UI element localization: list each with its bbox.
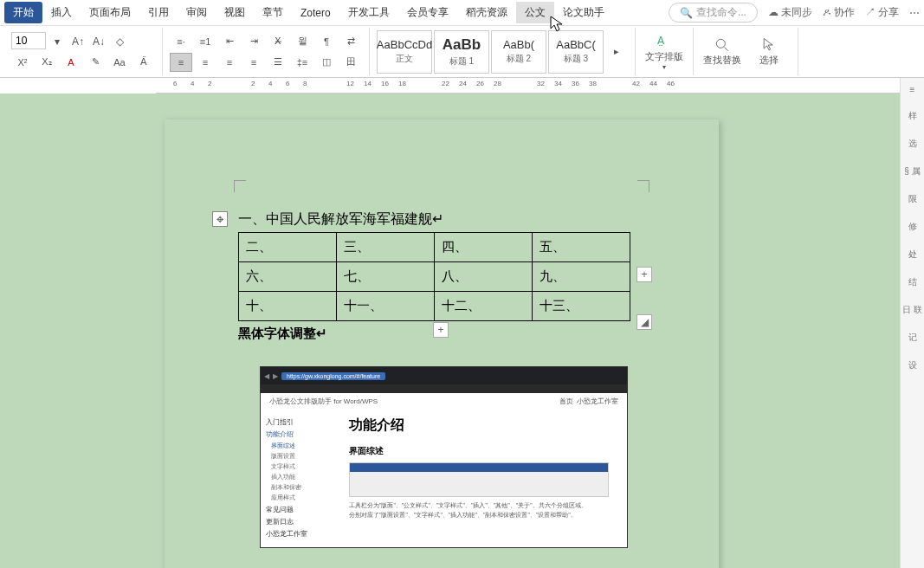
dropdown-icon[interactable]: ▾ (48, 32, 67, 51)
table-row: 六、七、八、九、 (239, 262, 630, 292)
url-bar: https://gw.xkonglong.com/#/feature (281, 372, 385, 380)
search-icon: 🔍 (680, 7, 693, 19)
align-left-icon[interactable]: ≡ (170, 53, 192, 72)
sort-icon[interactable]: X̶ (267, 32, 289, 51)
style-heading1[interactable]: AaBb标题 1 (434, 30, 489, 74)
side-tab[interactable]: 选 (908, 138, 917, 150)
style-normal[interactable]: AaBbCcDd正文 (377, 30, 432, 74)
align-right-icon[interactable]: ≡ (218, 53, 241, 72)
side-tab[interactable]: ≡ (910, 85, 915, 94)
browser-chrome: ◀ ▶ https://gw.xkonglong.com/#/feature (261, 367, 627, 384)
font-color-icon[interactable]: A (60, 53, 82, 72)
styles-more-icon[interactable]: ▸ (605, 42, 628, 61)
phonetic-icon[interactable]: A̋ (132, 53, 155, 72)
table-row: 二、三、四、五、 (239, 233, 630, 262)
style-heading2[interactable]: AaBb(标题 2 (491, 30, 546, 74)
crop-mark (637, 180, 649, 192)
increase-indent-icon[interactable]: ⇥ (242, 32, 265, 51)
tab-insert[interactable]: 插入 (42, 2, 81, 23)
horizontal-ruler[interactable]: 642 2468 12141618 22242628 32343638 4244… (156, 78, 924, 94)
side-tab[interactable]: 结 (908, 276, 917, 288)
resize-handle[interactable]: ◢ (636, 314, 652, 330)
bullet-list-icon[interactable]: ≡· (170, 32, 192, 51)
line-spacing-icon[interactable]: ‡≡ (291, 53, 313, 72)
tab-daoke[interactable]: 稻壳资源 (457, 2, 516, 23)
doc-heading[interactable]: 一、中国人民解放军海军福建舰↵ (238, 210, 443, 229)
side-tab[interactable]: 日 联 (902, 304, 922, 316)
menu-more-icon[interactable]: ⋯ (909, 7, 920, 19)
tab-reference[interactable]: 引用 (139, 2, 178, 23)
tab-review[interactable]: 审阅 (178, 2, 216, 23)
find-replace-button[interactable]: 查找替换 (701, 36, 744, 67)
style-heading3[interactable]: AaBbC(标题 3 (548, 30, 604, 74)
tab-gongwen[interactable]: 公文 (516, 2, 554, 23)
crop-mark (234, 180, 246, 192)
table-row: 十、十一、十二、十三、 (239, 292, 630, 321)
menu-bar: 开始 插入 页面布局 引用 审阅 视图 章节 Zotero 开发工具 会员专享 … (0, 0, 924, 26)
tab-thesis[interactable]: 论文助手 (554, 2, 613, 23)
ribbon: ▾A↑A↓◇ X²X₂A✎AaA̋ ≡·≡1⇤⇥X̶윝¶⇄ ≡≡≡≡☰‡≡◫田 … (0, 26, 924, 78)
justify-icon[interactable]: ≡ (242, 53, 265, 72)
tab-member[interactable]: 会员专享 (398, 2, 457, 23)
site-brand: 小恐龙公文排版助手 for Word/WPS (269, 397, 378, 406)
styles-gallery: AaBbCcDd正文 AaBb标题 1 AaBb(标题 2 AaBbC(标题 3… (370, 28, 636, 75)
svg-point-1 (716, 39, 725, 48)
sync-status[interactable]: ☁ 未同步 (768, 5, 812, 20)
table-move-handle[interactable]: ✥ (212, 211, 228, 227)
side-tab[interactable]: 处 (908, 248, 917, 261)
collaborate-button[interactable]: ዶ 协作 (823, 5, 854, 20)
superscript-icon[interactable]: X² (11, 53, 34, 72)
command-search[interactable]: 🔍查找命令... (669, 3, 758, 23)
ribbon-preview-image (349, 462, 609, 497)
side-tab[interactable]: 限 (908, 193, 917, 205)
tab-icon[interactable]: ⇄ (339, 32, 362, 51)
tab-layout[interactable]: 页面布局 (81, 2, 139, 23)
border-icon[interactable]: 田 (339, 53, 362, 72)
doc-subtitle[interactable]: 黑体字体调整↵ (238, 326, 327, 342)
side-tab[interactable]: § 属 (904, 165, 920, 178)
highlight-icon[interactable]: ✎ (84, 53, 107, 72)
tab-view[interactable]: 视图 (216, 2, 254, 23)
change-case-icon[interactable]: Aa (108, 53, 131, 72)
side-tab[interactable]: 修 (908, 221, 917, 233)
shrink-font-icon[interactable]: A↓ (89, 32, 108, 51)
side-panel: ≡ 样 选 § 属 限 修 处 结 日 联 记 设 (900, 78, 924, 568)
text-layout-button[interactable]: A̤文字排版▾ (643, 33, 686, 71)
tab-chapter[interactable]: 章节 (254, 2, 292, 23)
embed-content: 功能介绍 界面综述 工具栏分为"版面"、"公文样式"、"文字样式"、"插入"、"… (339, 410, 627, 565)
tab-dev[interactable]: 开发工具 (339, 2, 398, 23)
svg-line-2 (725, 48, 728, 51)
nav-fwd-icon: ▶ (273, 372, 278, 380)
content-table[interactable]: 二、三、四、五、 六、七、八、九、 十、十一、十二、十三、 (238, 232, 630, 321)
tab-zotero[interactable]: Zotero (292, 3, 339, 23)
asian-layout-icon[interactable]: 윝 (291, 32, 313, 51)
embed-sidenav: 入门指引 功能介绍 界面综述 版面设置 文字样式 插入功能 副本和保密 应用样式… (261, 410, 339, 565)
para-marks-icon[interactable]: ¶ (315, 32, 338, 51)
decrease-indent-icon[interactable]: ⇤ (218, 32, 241, 51)
shading-icon[interactable]: ◫ (315, 53, 338, 72)
side-tab[interactable]: 样 (908, 110, 917, 122)
tab-start[interactable]: 开始 (4, 2, 42, 23)
grow-font-icon[interactable]: A↑ (68, 32, 87, 51)
nav-back-icon: ◀ (264, 372, 269, 380)
clear-format-icon[interactable]: ◇ (110, 32, 129, 51)
font-size-input[interactable] (11, 32, 46, 49)
page[interactable]: ✥ 一、中国人民解放军海军福建舰↵ 二、三、四、五、 六、七、八、九、 十、十一… (165, 119, 719, 568)
number-list-icon[interactable]: ≡1 (194, 32, 216, 51)
document-canvas: ✥ 一、中国人民解放军海军福建舰↵ 二、三、四、五、 六、七、八、九、 十、十一… (0, 94, 900, 568)
embedded-screenshot: ◀ ▶ https://gw.xkonglong.com/#/feature 小… (260, 366, 628, 548)
add-column-button[interactable]: + (636, 267, 652, 282)
select-button[interactable]: 选择 (747, 36, 791, 67)
distribute-icon[interactable]: ☰ (267, 53, 289, 72)
side-tab[interactable]: 记 (908, 332, 917, 344)
bookmark-bar (261, 384, 627, 393)
subscript-icon[interactable]: X₂ (36, 53, 58, 72)
share-button[interactable]: ↗ 分享 (865, 5, 899, 20)
add-row-button[interactable]: + (433, 322, 449, 338)
side-tab[interactable]: 设 (908, 359, 917, 371)
align-center-icon[interactable]: ≡ (194, 53, 216, 72)
svg-text:A̤: A̤ (657, 35, 665, 46)
